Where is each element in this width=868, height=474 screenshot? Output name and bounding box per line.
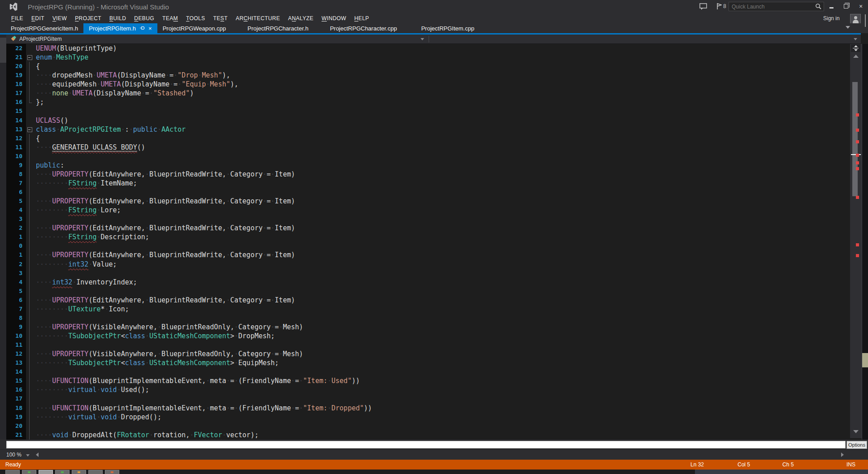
editor-split-handle[interactable] [851,44,860,52]
line-number[interactable]: 7 [6,179,26,188]
sign-in-link[interactable]: Sign in [823,15,840,22]
close-button[interactable]: × [855,3,867,11]
menu-test[interactable]: TEST [209,14,231,22]
line-number[interactable]: 3 [6,269,26,278]
taskbar-button[interactable] [39,470,53,474]
line-number[interactable]: 10 [6,332,26,340]
line-number[interactable]: 3 [6,215,26,224]
menu-team[interactable]: TEAM [158,14,182,22]
line-number[interactable]: 11 [6,143,26,152]
code-editor[interactable]: 22UENUM(BlueprintType)21enum·MeshType20{… [6,44,850,440]
menu-window[interactable]: WINDOW [317,14,350,22]
taskbar-button[interactable] [5,470,20,474]
tab-projectrpggenericitem.h[interactable]: ProjectRPGGenericItem.h [5,23,83,33]
search-icon[interactable] [815,3,822,10]
line-number[interactable]: 4 [6,278,26,287]
zoom-chevron-down-icon[interactable] [26,454,30,457]
line-number[interactable]: 6 [6,296,26,305]
line-number[interactable]: 16 [6,385,26,394]
line-number[interactable]: 2 [6,260,26,269]
tab-projectrpgitem.h[interactable]: ProjectRPGItem.h× [83,23,157,33]
line-number[interactable]: 19 [6,413,26,422]
line-number[interactable]: 8 [6,314,26,323]
line-number[interactable]: 19 [6,71,26,80]
line-number[interactable]: 18 [6,80,26,89]
tab-projectrpgweapon.cpp[interactable]: ProjectRPGWeapon.cpp [157,23,231,33]
menu-build[interactable]: BUILD [105,14,130,22]
type-dropdown[interactable]: AProjectRPGItem [6,36,429,42]
restore-button[interactable] [840,3,852,11]
quick-launch-input[interactable] [729,4,815,10]
error-mark [856,154,859,157]
line-number[interactable]: 4 [6,206,26,215]
line-number[interactable]: 13 [6,358,26,367]
tab-projectrpgcharacter.h[interactable]: ProjectRPGCharacter.h [242,23,314,33]
taskbar-button[interactable] [105,470,119,474]
line-number[interactable]: 21 [6,53,26,62]
line-number[interactable]: 6 [6,188,26,197]
menu-architecture[interactable]: ARCHITECTURE [232,14,284,22]
horizontal-scroll-left-arrow[interactable] [36,452,39,457]
line-number[interactable]: 11 [6,340,26,349]
line-number[interactable]: 14 [6,367,26,376]
menu-debug[interactable]: DEBUG [130,14,158,22]
line-number[interactable]: 17 [6,89,26,98]
line-number[interactable]: 15 [6,107,26,116]
line-number[interactable]: 9 [6,323,26,332]
line-number[interactable]: 12 [6,349,26,358]
menu-help[interactable]: HELP [350,14,373,22]
code-line: 21enum·MeshType [6,53,850,62]
menu-analyze[interactable]: ANALYZE [284,14,318,22]
line-number[interactable]: 5 [6,197,26,206]
line-number[interactable]: 5 [6,287,26,296]
close-tab-icon[interactable]: × [148,25,152,32]
line-number[interactable]: 17 [6,394,26,403]
line-number[interactable]: 1 [6,250,26,259]
member-dropdown[interactable] [429,38,861,40]
find-input[interactable] [6,441,846,448]
tab-projectrpgcharacter.cpp[interactable]: ProjectRPGCharacter.cpp [325,23,403,33]
taskbar-button[interactable] [72,470,86,474]
minimize-button[interactable] [825,3,837,11]
line-number[interactable]: 15 [6,376,26,385]
line-number[interactable]: 12 [6,134,26,143]
line-number[interactable]: 20 [6,62,26,71]
tab-overflow-dropdown-icon[interactable] [846,26,850,29]
line-number[interactable]: 2 [6,224,26,233]
menu-edit[interactable]: EDIT [27,14,48,22]
line-number[interactable]: 8 [6,170,26,179]
line-number[interactable]: 1 [6,233,26,241]
taskbar-button[interactable] [88,470,103,474]
menu-tools[interactable]: TOOLS [182,14,209,22]
scrollbar-thumb[interactable] [852,82,858,196]
line-number[interactable]: 22 [6,44,26,53]
tab-projectrpgitem.cpp[interactable]: ProjectRPGItem.cpp [416,23,480,33]
line-number[interactable]: 9 [6,161,26,170]
line-number[interactable]: 14 [6,116,26,125]
menu-view[interactable]: VIEW [48,14,71,22]
line-number[interactable]: 16 [6,98,26,107]
taskbar-button[interactable] [55,470,69,474]
feedback-bubble-icon[interactable] [699,3,707,10]
line-number[interactable]: 0 [6,241,26,250]
scroll-down-arrow[interactable] [853,430,859,433]
line-number[interactable]: 7 [6,305,26,314]
pin-icon[interactable] [140,25,145,32]
line-number[interactable]: 18 [6,404,26,413]
scroll-up-arrow[interactable] [853,55,859,58]
fold-collapse-icon[interactable] [26,53,36,62]
fold-collapse-icon[interactable] [26,125,36,134]
zoom-level-dropdown[interactable]: 100 % [6,452,22,458]
line-number[interactable]: 10 [6,152,26,161]
horizontal-scroll-right-arrow[interactable] [841,452,844,457]
line-number[interactable]: 20 [6,422,26,431]
line-number[interactable]: 21 [6,431,26,440]
taskbar-button[interactable] [22,470,36,474]
menu-project[interactable]: PROJECT [71,14,105,22]
fold-margin [26,269,36,278]
code-line: 19········virtual·void·Dropped(); [6,413,850,422]
notifications-flag[interactable]: 8 [716,3,726,9]
options-button[interactable]: Options [846,441,867,449]
line-number[interactable]: 13 [6,125,26,134]
menu-file[interactable]: FILE [7,14,27,22]
